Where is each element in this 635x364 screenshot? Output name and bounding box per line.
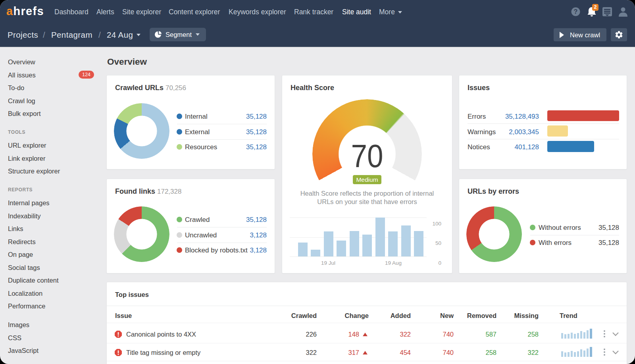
svg-text:?: ? [574,8,578,15]
